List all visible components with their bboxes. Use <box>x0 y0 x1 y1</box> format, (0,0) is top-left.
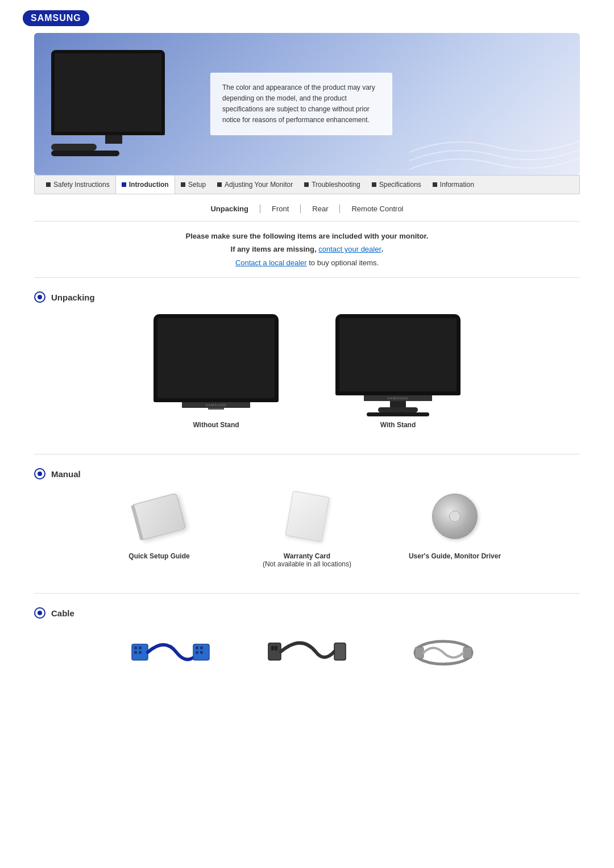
svg-rect-6 <box>196 646 198 649</box>
svg-rect-3 <box>134 651 137 654</box>
nav-label-troubleshooting: Troubleshooting <box>312 181 360 189</box>
hero-monitor-illustration <box>51 50 176 158</box>
manual-item-cd: User's Guide, Monitor Driver <box>398 491 512 568</box>
nav-label-setup: Setup <box>188 181 206 189</box>
nav-bullet-information <box>433 182 437 187</box>
nav-label-introduction: Introduction <box>129 181 169 189</box>
cable-item-power <box>256 630 358 675</box>
unpacking-grid: SAMSUNG Without Stand SAMSUNG With Stand <box>34 314 580 429</box>
svg-rect-10 <box>268 643 281 660</box>
cable-item-adapter <box>392 630 495 675</box>
without-stand-label: Without Stand <box>193 421 239 429</box>
nav-item-specifications[interactable]: Specifications <box>366 176 427 194</box>
svg-rect-12 <box>275 646 277 650</box>
cd-icon <box>426 491 483 542</box>
cable-section-icon <box>34 607 45 619</box>
nav-item-introduction[interactable]: Introduction <box>115 176 175 194</box>
intro-line3-suffix: to buy optional items. <box>307 258 379 267</box>
svg-rect-1 <box>134 646 137 649</box>
nav-bullet-safety <box>46 182 51 187</box>
cd-disc-shape <box>432 494 478 539</box>
nav-item-information[interactable]: Information <box>427 176 480 194</box>
manual-title: Manual <box>51 469 81 479</box>
nav-item-adjusting[interactable]: Adjusting Your Monitor <box>211 176 298 194</box>
manual-item-quick-setup: Quick Setup Guide <box>102 491 216 568</box>
cable-item-dvi <box>119 630 222 675</box>
nav-label-information: Information <box>440 181 474 189</box>
svg-rect-11 <box>271 646 274 650</box>
unpacking-item-without-stand: SAMSUNG Without Stand <box>148 314 284 429</box>
warranty-icon <box>279 491 335 542</box>
nav-bullet-introduction <box>122 182 126 187</box>
sub-nav-front[interactable]: Front <box>260 205 301 213</box>
nav-bullet-specifications <box>372 182 376 187</box>
sub-nav: Unpacking Front Rear Remote Control <box>34 205 580 213</box>
nav-label-adjusting: Adjusting Your Monitor <box>225 181 293 189</box>
nav-label-safety: Safety Instructions <box>53 181 110 189</box>
nav-item-troubleshooting[interactable]: Troubleshooting <box>298 176 366 194</box>
manual-icon <box>34 468 45 479</box>
unpacking-item-with-stand: SAMSUNG With Stand <box>330 314 466 429</box>
unpacking-section: Unpacking SAMSUNG Without Stand <box>34 286 580 446</box>
page-header: SAMSUNG <box>0 0 614 33</box>
svg-rect-15 <box>415 647 424 658</box>
samsung-logo: SAMSUNG <box>23 10 89 26</box>
hero-notice-text: The color and appearance of the product … <box>222 84 375 124</box>
cable-title: Cable <box>51 608 74 618</box>
sub-nav-remote-control[interactable]: Remote Control <box>340 205 414 213</box>
svg-rect-9 <box>200 651 203 654</box>
main-nav: Safety Instructions Introduction Setup A… <box>34 175 580 194</box>
manual-icon-inner <box>38 471 42 476</box>
manual-section: Manual Quick Setup Guide Warranty Card(N… <box>34 462 580 585</box>
manual-grid: Quick Setup Guide Warranty Card(Not avai… <box>34 491 580 568</box>
nav-bullet-adjusting <box>217 182 222 187</box>
manual-header: Manual <box>34 468 580 479</box>
svg-rect-13 <box>334 643 346 660</box>
divider-4 <box>34 593 580 594</box>
warranty-label: Warranty Card(Not available in all locat… <box>263 552 351 568</box>
svg-rect-2 <box>139 646 142 649</box>
unpacking-icon <box>34 291 45 303</box>
intro-line2: If any items are missing, contact your d… <box>34 243 580 256</box>
quick-setup-label: Quick Setup Guide <box>128 552 189 560</box>
intro-strong-line2: If any items are missing, <box>231 245 319 253</box>
contact-dealer-link[interactable]: contact your dealer <box>318 245 381 253</box>
intro-strong-line1: Please make sure the following items are… <box>186 232 429 240</box>
svg-rect-4 <box>139 651 142 654</box>
adapter-icon <box>404 630 483 675</box>
hero-banner: The color and appearance of the product … <box>34 33 580 175</box>
quick-setup-icon <box>131 491 188 542</box>
power-cable-icon <box>267 630 347 675</box>
cable-grid <box>34 630 580 675</box>
nav-item-setup[interactable]: Setup <box>175 176 211 194</box>
monitor-without-stand-img: SAMSUNG <box>148 314 284 416</box>
with-stand-label: With Stand <box>380 421 416 429</box>
cable-section-icon-inner <box>38 611 42 615</box>
sub-nav-unpacking[interactable]: Unpacking <box>199 205 260 213</box>
cable-header: Cable <box>34 607 580 619</box>
hero-decoration <box>409 107 580 175</box>
monitor-with-stand-img: SAMSUNG <box>330 314 466 416</box>
cd-label: User's Guide, Monitor Driver <box>409 552 501 560</box>
dvi-cable-icon <box>131 630 210 675</box>
nav-bullet-setup <box>181 182 185 187</box>
divider-3 <box>34 454 580 454</box>
intro-line1: Please make sure the following items are… <box>34 229 580 243</box>
monitor-screen <box>51 50 165 135</box>
unpacking-icon-inner <box>38 295 42 299</box>
sub-nav-rear[interactable]: Rear <box>301 205 340 213</box>
nav-item-safety[interactable]: Safety Instructions <box>40 176 115 194</box>
power-cable-svg <box>267 632 347 674</box>
booklet-shape <box>132 493 186 540</box>
manual-item-warranty: Warranty Card(Not available in all locat… <box>250 491 364 568</box>
svg-rect-7 <box>200 646 203 649</box>
warranty-card-shape <box>285 491 329 542</box>
cable-section: Cable <box>34 602 580 692</box>
divider-2 <box>34 277 580 278</box>
intro-line3: Contact a local dealer to buy optional i… <box>34 256 580 269</box>
dvi-cable-svg <box>131 632 210 674</box>
intro-period: . <box>381 245 384 253</box>
unpacking-header: Unpacking <box>34 291 580 303</box>
unpacking-title: Unpacking <box>51 293 95 302</box>
local-dealer-link[interactable]: Contact a local dealer <box>235 258 307 267</box>
